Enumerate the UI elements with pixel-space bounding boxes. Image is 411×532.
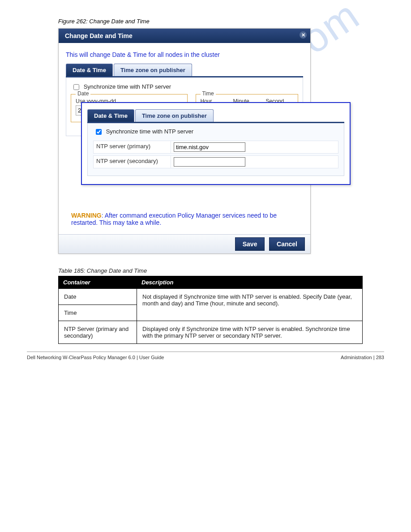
table-caption: Table 185: Change Date and Time xyxy=(58,267,384,274)
warning-label: WARNING xyxy=(71,212,102,219)
tabstrip-outer: Date & Time Time zone on publisher xyxy=(66,64,303,76)
table-row: Date Not displayed if Synchronize time w… xyxy=(59,289,363,305)
cell-description: Not displayed if Synchronize time with N… xyxy=(137,289,363,321)
cell-container: NTP Server (primary and secondary) xyxy=(59,321,137,344)
close-icon[interactable]: ✕ xyxy=(300,31,307,39)
overlay-sync-ntp-checkbox[interactable] xyxy=(96,129,102,135)
cancel-button[interactable]: Cancel xyxy=(269,237,305,251)
cell-description: Displayed only if Synchronize time with … xyxy=(137,321,363,344)
dialog-note: This will change Date & Time for all nod… xyxy=(66,51,303,58)
warning-line: WARNING: After command execution Policy … xyxy=(71,212,298,226)
warning-text: : After command execution Policy Manager… xyxy=(71,212,277,226)
th-container: Container xyxy=(59,276,137,289)
change-date-time-dialog: Change Date and Time ✕ This will change … xyxy=(58,28,311,254)
description-table: Container Description Date Not displayed… xyxy=(58,276,363,344)
footer-left: Dell Networking W-ClearPass Policy Manag… xyxy=(27,355,164,360)
page-footer: Dell Networking W-ClearPass Policy Manag… xyxy=(27,352,384,360)
overlay-ntp-panel: Date & Time Time zone on publisher Synch… xyxy=(81,102,351,185)
figure-caption: Figure 262: Change Date and Time xyxy=(58,18,384,25)
sync-ntp-checkbox[interactable] xyxy=(73,84,79,90)
footer-right: Administration | 283 xyxy=(341,355,384,360)
overlay-sync-ntp-label: Synchronize time with NTP server xyxy=(106,128,194,135)
tab-date-time[interactable]: Date & Time xyxy=(66,64,113,76)
cell-container: Time xyxy=(59,305,137,321)
sync-ntp-label: Synchronize time with NTP server xyxy=(84,83,171,90)
save-button[interactable]: Save xyxy=(235,237,265,251)
dialog-button-bar: Save Cancel xyxy=(59,234,310,253)
ntp-secondary-label: NTP server (secondary) xyxy=(94,156,171,168)
cell-container: Date xyxy=(59,289,137,305)
dialog-title: Change Date and Time ✕ xyxy=(59,29,310,43)
time-legend: Time xyxy=(201,90,216,97)
date-legend: Date xyxy=(76,90,90,97)
ntp-secondary-input[interactable] xyxy=(174,157,245,167)
ntp-primary-label: NTP server (primary) xyxy=(94,141,171,153)
overlay-tab-timezone[interactable]: Time zone on publisher xyxy=(135,109,214,122)
ntp-primary-input[interactable] xyxy=(174,142,245,152)
dialog-title-text: Change Date and Time xyxy=(65,32,133,39)
th-description: Description xyxy=(137,276,363,289)
tab-timezone-publisher[interactable]: Time zone on publisher xyxy=(114,64,192,76)
overlay-tab-date-time[interactable]: Date & Time xyxy=(87,109,134,122)
